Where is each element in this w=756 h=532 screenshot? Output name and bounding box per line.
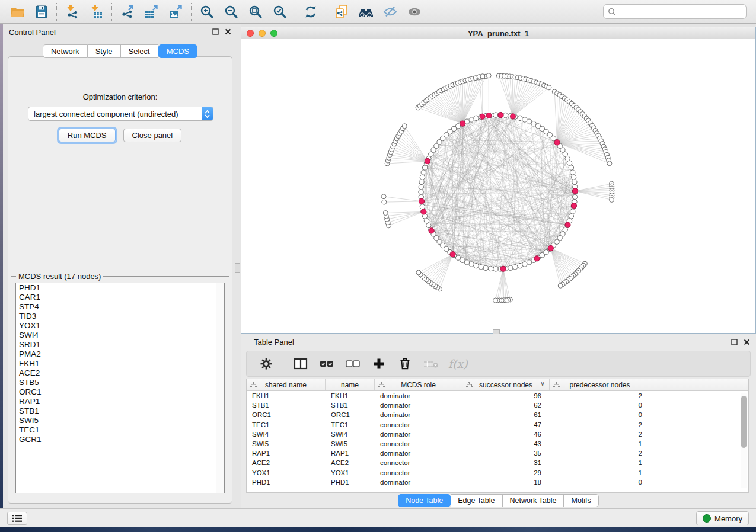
table-cell[interactable]: SWI4 [247, 431, 326, 438]
network-hub-node[interactable] [554, 140, 560, 145]
table-row[interactable]: ORC1ORC1dominator610 [247, 410, 748, 419]
apply-layout-button[interactable] [298, 2, 323, 22]
network-leaf-node[interactable] [486, 73, 491, 78]
export-image-button[interactable] [164, 2, 188, 22]
search-input[interactable] [619, 7, 746, 17]
network-node[interactable] [570, 170, 575, 175]
table-cell[interactable]: 47 [462, 421, 550, 428]
network-leaf-node[interactable] [493, 298, 498, 303]
network-node[interactable] [570, 209, 575, 214]
mcds-node-item[interactable]: SWI5 [16, 416, 224, 425]
table-cell[interactable]: connector [375, 440, 462, 447]
tab-mcds[interactable]: MCDS [158, 44, 197, 58]
network-hub-node[interactable] [429, 228, 434, 233]
table-cell[interactable]: dominator [375, 411, 462, 418]
table-row[interactable]: YOX1YOX1connector291 [247, 468, 748, 477]
network-node[interactable] [474, 263, 479, 268]
table-cell[interactable]: FKH1 [247, 392, 326, 399]
mcds-node-item[interactable]: RAP1 [16, 397, 224, 406]
mcds-node-item[interactable]: FKH1 [16, 359, 224, 368]
show-all-button[interactable] [402, 2, 426, 22]
table-cell[interactable]: 2 [550, 450, 650, 457]
table-row[interactable]: PHD1PHD1dominator180 [247, 477, 748, 487]
network-node[interactable] [571, 175, 576, 180]
network-hub-node[interactable] [421, 209, 426, 214]
network-hub-node[interactable] [425, 158, 430, 164]
network-leaf-node[interactable] [416, 270, 421, 275]
search-network-button[interactable] [353, 2, 378, 22]
vertical-splitter-handle[interactable] [235, 263, 240, 273]
network-hub-node[interactable] [572, 188, 578, 194]
table-cell[interactable]: dominator [375, 392, 462, 399]
task-history-button[interactable] [7, 512, 27, 525]
network-node[interactable] [493, 113, 498, 117]
network-hub-node[interactable] [565, 222, 570, 227]
duplicate-network-button[interactable] [329, 2, 353, 22]
table-row[interactable]: SWI4SWI4dominator462 [247, 430, 748, 439]
table-cell[interactable]: connector [375, 421, 462, 428]
save-session-button[interactable] [29, 2, 53, 22]
network-leaf-node[interactable] [558, 283, 563, 288]
mcds-node-item[interactable]: SWI4 [16, 331, 224, 340]
tab-style[interactable]: Style [88, 44, 121, 58]
network-node[interactable] [421, 170, 426, 175]
network-canvas[interactable] [241, 39, 755, 333]
table-cell[interactable]: STB1 [247, 402, 326, 409]
network-hub-node[interactable] [450, 252, 455, 257]
table-row[interactable]: STB1STB1dominator620 [247, 400, 748, 410]
table-cell[interactable]: 1 [550, 469, 650, 476]
table-cell[interactable]: STB1 [326, 402, 375, 409]
float-table-panel-icon[interactable] [731, 338, 738, 345]
table-cell[interactable]: ORC1 [326, 411, 375, 418]
network-node[interactable] [424, 219, 429, 223]
float-panel-icon[interactable] [212, 28, 219, 35]
network-search-box[interactable] [603, 4, 747, 19]
network-node[interactable] [469, 117, 474, 122]
network-node[interactable] [420, 204, 425, 209]
table-cell[interactable]: dominator [375, 402, 462, 409]
table-cell[interactable]: 1 [550, 459, 650, 466]
network-graph[interactable] [241, 39, 755, 333]
export-table-button[interactable] [139, 2, 164, 22]
table-row[interactable]: SWI5SWI5connector431 [247, 439, 748, 448]
network-hub-node[interactable] [510, 114, 515, 119]
network-hub-node[interactable] [500, 266, 506, 271]
table-scrollbar-track[interactable] [741, 393, 747, 488]
network-leaf-node[interactable] [547, 85, 551, 90]
network-node[interactable] [565, 156, 570, 161]
network-node[interactable] [483, 265, 488, 270]
table-cell[interactable]: 46 [462, 431, 550, 438]
close-panel-button[interactable]: Close panel [123, 129, 182, 142]
network-node[interactable] [567, 161, 572, 165]
network-node[interactable] [572, 180, 577, 184]
table-cell[interactable]: connector [375, 469, 462, 476]
table-cell[interactable]: PHD1 [247, 479, 326, 486]
table-cell[interactable]: 35 [462, 450, 550, 457]
network-node[interactable] [420, 175, 425, 180]
network-node[interactable] [518, 263, 522, 268]
table-cell[interactable]: 2 [550, 392, 650, 399]
table-cell[interactable]: SWI5 [247, 440, 326, 447]
table-cell[interactable]: 62 [462, 402, 550, 409]
network-node[interactable] [419, 180, 424, 184]
hide-selected-button[interactable] [378, 2, 402, 22]
network-leaf-node[interactable] [383, 211, 388, 216]
network-hub-node[interactable] [571, 203, 576, 209]
export-network-button[interactable] [115, 2, 139, 22]
tab-edge-table[interactable]: Edge Table [451, 494, 502, 507]
network-node[interactable] [569, 214, 573, 219]
table-cell[interactable]: 31 [462, 459, 550, 466]
table-cell[interactable]: TEC1 [326, 421, 375, 428]
mcds-node-item[interactable]: STB5 [16, 378, 224, 387]
network-leaf-node[interactable] [382, 200, 387, 204]
table-cell[interactable]: 29 [462, 469, 550, 476]
column-header-MCDS-role[interactable]: MCDS role [375, 379, 462, 390]
select-all-rows-button[interactable] [318, 355, 336, 373]
network-titlebar[interactable]: YPA_prune.txt_1 [241, 27, 755, 40]
network-node[interactable] [518, 116, 522, 120]
network-node[interactable] [474, 116, 479, 120]
table-cell[interactable]: SWI5 [326, 440, 375, 447]
network-node[interactable] [426, 223, 431, 227]
table-cell[interactable]: 1 [550, 440, 650, 447]
close-panel-icon[interactable] [224, 28, 231, 35]
